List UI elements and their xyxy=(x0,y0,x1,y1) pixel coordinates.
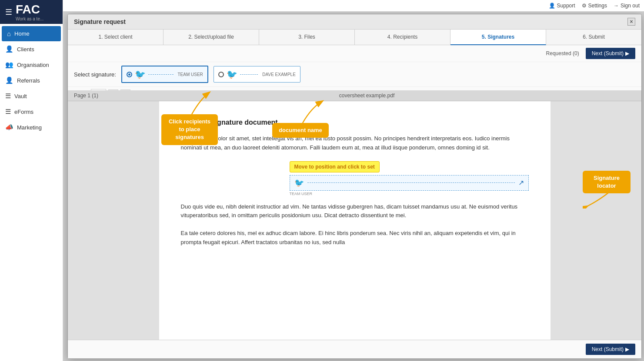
step-select-file[interactable]: 2. Select/upload file xyxy=(164,30,259,45)
sidebar-item-clients[interactable]: 👤 Clients xyxy=(0,41,63,57)
document-area: Page 1 (1) coversheet example.pdf Exampl… xyxy=(68,90,641,358)
doc-page-header: Page 1 (1) coversheet example.pdf xyxy=(68,90,641,101)
signature-locator-callout: Signature locator xyxy=(583,171,631,193)
next-submit-button-bottom[interactable]: Next (Submit) ▶ xyxy=(586,344,635,355)
eforms-icon: ☰ xyxy=(5,108,11,116)
signature-request-modal: Signature request × 1. Select client 2. … xyxy=(67,14,642,359)
step-recipients[interactable]: 4. Recipients xyxy=(355,30,450,45)
logo-sub: Work as a te... xyxy=(16,17,43,21)
sidebar-label-vault: Vault xyxy=(14,93,27,99)
signout-label: Sign out xyxy=(621,3,640,9)
document-name-callout: document name xyxy=(272,123,329,138)
doc-page-label: Page 1 (1) xyxy=(74,93,98,99)
doc-para-3: Ea tale cetero dolores his, mel ex adhuc… xyxy=(181,229,529,247)
organisation-icon: 👥 xyxy=(5,61,13,69)
step-signatures[interactable]: 5. Signatures xyxy=(450,30,546,45)
steps-bar: 1. Select client 2. Select/upload file 3… xyxy=(68,30,641,45)
doc-para-1: Lorem ipsum dolor sit amet, stet intelle… xyxy=(181,134,529,152)
close-button[interactable]: × xyxy=(627,18,635,26)
sidebar-label-clients: Clients xyxy=(17,46,34,53)
sig-radio-dave-example xyxy=(218,72,224,77)
toolbar-row: Requested (0) Next (Submit) ▶ xyxy=(68,45,641,62)
sig-drop-icon: 🐦 xyxy=(294,178,304,188)
callout-arrow-2 xyxy=(298,99,329,125)
sidebar-label-eforms: eForms xyxy=(14,109,33,115)
modal-footer: Next (Submit) ▶ xyxy=(68,340,641,358)
callout-arrow-1 xyxy=(187,90,214,116)
doc-para-2: Duo quis vide eu, nibh delenit instructi… xyxy=(181,202,529,221)
support-icon: 👤 xyxy=(549,3,555,9)
requested-badge: Requested (0) xyxy=(546,50,579,56)
sig-icon-2: 🐦 xyxy=(227,69,237,79)
next-submit-button-top[interactable]: Next (Submit) ▶ xyxy=(586,48,635,59)
settings-label: Settings xyxy=(588,3,607,9)
sidebar-item-vault[interactable]: ☰ Vault xyxy=(0,88,63,104)
move-tooltip: Move to position and click to set xyxy=(290,161,380,172)
sidebar-item-marketing[interactable]: 📣 Marketing xyxy=(0,119,63,135)
hamburger-icon[interactable]: ☰ xyxy=(5,7,12,17)
sig-name-1: TEAM USER xyxy=(176,72,203,77)
signature-select-row: Select signature: 🐦 TEAM USER 🐦 DAVE EXA… xyxy=(68,62,641,87)
support-label: Support xyxy=(557,3,575,9)
referrals-icon: 👤 xyxy=(5,76,13,84)
sidebar-item-referrals[interactable]: 👤 Referrals xyxy=(0,73,63,88)
modal-title: Signature request xyxy=(74,18,126,25)
sidebar-item-home[interactable]: ⌂ Home xyxy=(2,26,61,41)
signature-placeholder-area: Move to position and click to set 🐦 ↗ TE… xyxy=(290,161,529,196)
marketing-icon: 📣 xyxy=(5,123,13,131)
main-content: Signature request × 1. Select client 2. … xyxy=(63,12,644,361)
sidebar-label-referrals: Referrals xyxy=(17,77,40,84)
sidebar-item-eforms[interactable]: ☰ eForms xyxy=(0,104,63,119)
sidebar: ☰ FAC Work as a te... ⌂ Home 👤 Clients 👥… xyxy=(0,0,63,361)
sig-line-1 xyxy=(148,74,174,75)
sidebar-item-organisation[interactable]: 👥 Organisation xyxy=(0,57,63,73)
home-icon: ⌂ xyxy=(7,30,11,37)
sig-option-team-user[interactable]: 🐦 TEAM USER xyxy=(121,66,208,83)
sidebar-label-home: Home xyxy=(14,30,30,37)
signout-link[interactable]: → Sign out xyxy=(614,3,640,9)
sig-radio-team-user xyxy=(127,72,132,77)
sig-drop-line xyxy=(307,182,515,183)
settings-icon: ⚙ xyxy=(582,3,587,9)
doc-title: Example signature document xyxy=(181,119,529,126)
sidebar-nav: ⌂ Home 👤 Clients 👥 Organisation 👤 Referr… xyxy=(0,26,63,135)
sig-icon-1: 🐦 xyxy=(135,69,146,79)
sig-drop-zone[interactable]: 🐦 ↗ xyxy=(290,175,529,191)
support-link[interactable]: 👤 Support xyxy=(549,3,575,9)
step-select-client[interactable]: 1. Select client xyxy=(68,30,164,45)
sidebar-header: ☰ FAC Work as a te... xyxy=(0,0,63,24)
sidebar-label-marketing: Marketing xyxy=(17,124,42,131)
sig-drop-arrow: ↗ xyxy=(518,179,524,187)
signout-icon: → xyxy=(614,3,619,9)
step-submit[interactable]: 6. Submit xyxy=(546,30,641,45)
topbar: 👤 Support ⚙ Settings → Sign out xyxy=(63,0,644,12)
next-icon: ▶ xyxy=(625,50,629,56)
sig-select-label: Select signature: xyxy=(74,71,116,78)
sig-name-2: DAVE EXAMPLE xyxy=(260,72,296,77)
callout-arrow-3 xyxy=(583,187,617,209)
doc-filename: coversheet example.pdf xyxy=(339,93,394,99)
modal-header: Signature request × xyxy=(68,14,641,30)
logo-text: FAC xyxy=(16,3,43,17)
click-recipients-callout: Click recipients to place signatures xyxy=(161,114,218,145)
sig-option-dave-example[interactable]: 🐦 DAVE EXAMPLE xyxy=(214,66,300,83)
sig-line-2 xyxy=(240,74,258,75)
step-files[interactable]: 3. Files xyxy=(259,30,355,45)
sidebar-label-organisation: Organisation xyxy=(17,62,49,68)
next-icon-bottom: ▶ xyxy=(625,346,629,352)
sig-drop-name: TEAM USER xyxy=(290,192,529,196)
settings-link[interactable]: ⚙ Settings xyxy=(582,3,607,9)
clients-icon: 👤 xyxy=(5,45,13,53)
vault-icon: ☰ xyxy=(5,92,11,100)
